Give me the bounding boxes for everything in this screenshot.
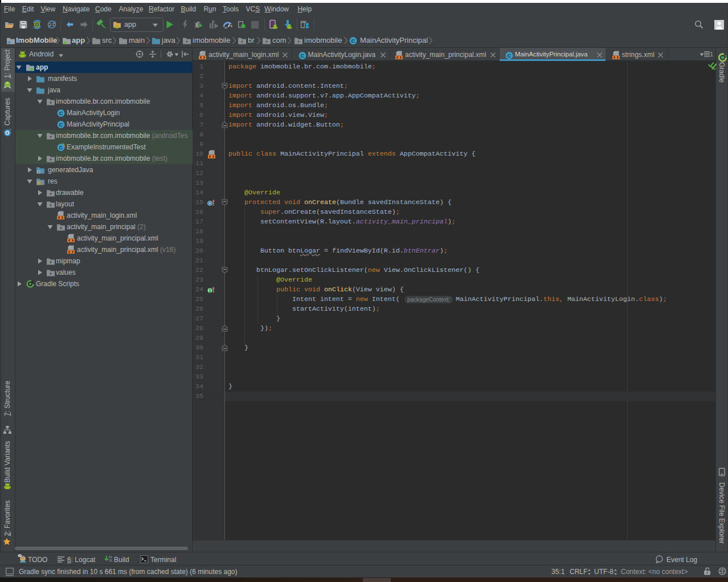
svg-text:I: I xyxy=(209,288,211,293)
svg-text:C: C xyxy=(351,38,355,44)
svg-text:10: 10 xyxy=(109,559,112,563)
svg-text:C: C xyxy=(301,52,305,59)
svg-text:C: C xyxy=(59,110,63,116)
svg-text:C: C xyxy=(508,52,512,59)
svg-text:C: C xyxy=(59,121,63,128)
svg-text:C: C xyxy=(59,144,63,150)
